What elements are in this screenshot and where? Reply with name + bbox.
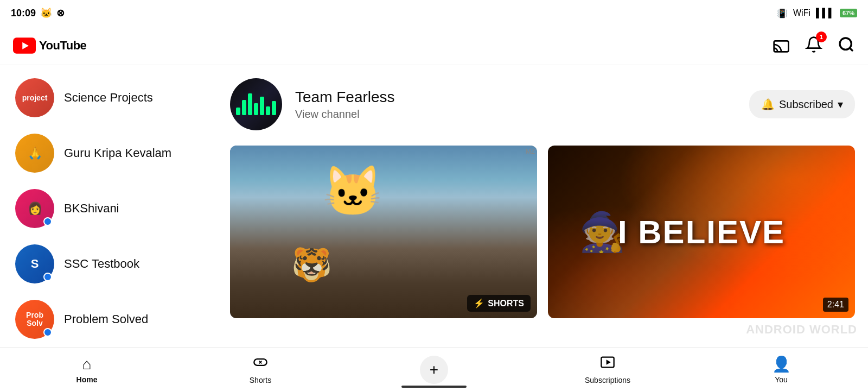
home-indicator	[401, 386, 467, 388]
sidebar-avatar-bk: 👩	[15, 189, 54, 228]
channel-text-info: Team Fearless View channel	[295, 89, 395, 121]
live-indicator-ssc	[43, 273, 52, 281]
you-icon: 👤	[772, 355, 791, 373]
video-card-short[interactable]: 🐱 🐯 MZ ⚡ SHORTS	[230, 146, 537, 318]
sidebar-avatar-ssc: S	[15, 244, 54, 283]
sidebar: project Science Projects 🙏 Guru Kripa Ke…	[0, 65, 217, 391]
channel-header: Team Fearless View channel 🔔 Subscribed …	[230, 65, 855, 141]
notification-button[interactable]: 1	[805, 36, 822, 55]
youtube-play-icon	[13, 37, 36, 54]
live-indicator-problem	[43, 328, 52, 337]
duration-badge: 2:41	[823, 298, 848, 312]
svg-marker-6	[607, 360, 611, 364]
believe-text-overlay: I BELIEVE	[618, 213, 785, 251]
cat-icon: 🐱	[40, 7, 52, 19]
header-actions: 1	[773, 36, 855, 55]
subscriptions-icon	[600, 355, 615, 374]
status-bar: 10:09 🐱 ⊗ 📳 WiFi ▌▌▌ 67%	[0, 0, 868, 26]
wifi-icon: WiFi	[793, 8, 810, 18]
threads-icon: ⊗	[56, 7, 65, 19]
youtube-wordmark: YouTube	[39, 39, 86, 53]
view-channel-link[interactable]: View channel	[295, 108, 395, 121]
live-indicator-bk	[43, 217, 52, 226]
cast-button[interactable]	[773, 36, 790, 55]
bell-icon: 🔔	[761, 98, 775, 111]
sidebar-item-ssc[interactable]: S SSC Testbook	[4, 237, 213, 291]
time-display: 10:09	[11, 8, 36, 19]
shorts-label: SHORTS	[488, 299, 524, 308]
bottom-nav: ⌂ Home Shorts + Subscriptions 👤 You	[0, 348, 868, 391]
main-layout: project Science Projects 🙏 Guru Kripa Ke…	[0, 65, 868, 391]
sidebar-label-ssc: SSC Testbook	[64, 257, 139, 271]
sidebar-item-problem-solved[interactable]: ProbSolv Problem Solved	[4, 292, 213, 346]
channel-name: Team Fearless	[295, 89, 395, 106]
sidebar-avatar-guru: 🙏	[15, 134, 54, 173]
signal-icon: ▌▌▌	[816, 8, 834, 18]
nav-home[interactable]: ⌂ Home	[0, 356, 174, 384]
home-icon: ⌂	[82, 356, 92, 373]
shorts-nav-icon	[253, 355, 268, 374]
shorts-icon: ⚡	[474, 298, 484, 308]
shorts-badge: ⚡ SHORTS	[467, 295, 531, 312]
svg-line-4	[850, 48, 853, 51]
sidebar-label-guru: Guru Kripa Kevalam	[64, 146, 171, 160]
subscribed-button[interactable]: 🔔 Subscribed ▾	[749, 90, 855, 118]
video-thumb-short: 🐱 🐯 MZ ⚡ SHORTS	[230, 146, 537, 318]
status-icons: 📳 WiFi ▌▌▌ 67%	[777, 8, 857, 18]
subscriptions-label: Subscriptions	[585, 376, 630, 384]
channel-avatar-inner	[230, 78, 282, 130]
you-label: You	[775, 375, 788, 384]
channel-info: Team Fearless View channel	[230, 78, 395, 130]
content-area: Team Fearless View channel 🔔 Subscribed …	[217, 65, 868, 391]
watermark: ANDROID WORLD	[746, 323, 857, 337]
battery-icon: 67%	[840, 9, 857, 17]
status-time: 10:09 🐱 ⊗	[11, 7, 65, 19]
sidebar-label-bk: BKShivani	[64, 201, 119, 216]
youtube-logo[interactable]: YouTube	[13, 37, 86, 54]
sidebar-avatar-problem: ProbSolv	[15, 300, 54, 339]
sidebar-item-guru-kripa[interactable]: 🙏 Guru Kripa Kevalam	[4, 126, 213, 180]
channel-eq	[236, 93, 276, 115]
nav-subscriptions[interactable]: Subscriptions	[521, 355, 694, 384]
chevron-down-icon: ▾	[838, 98, 843, 111]
nav-shorts[interactable]: Shorts	[174, 355, 347, 384]
channel-avatar[interactable]	[230, 78, 282, 130]
sidebar-avatar-science: project	[15, 78, 54, 117]
nav-you[interactable]: 👤 You	[694, 355, 868, 384]
notification-badge: 1	[816, 31, 827, 42]
nav-add[interactable]: +	[347, 356, 521, 384]
search-button[interactable]	[838, 36, 855, 55]
sidebar-label-science: Science Projects	[64, 91, 153, 105]
video-card-believe[interactable]: 🧙 I BELIEVE 2:41	[548, 146, 855, 318]
short-thumbnail: 🐱 🐯 MZ	[230, 146, 537, 318]
videos-grid: 🐱 🐯 MZ ⚡ SHORTS 🧙 I BELIEVE	[230, 146, 855, 318]
shorts-nav-label: Shorts	[250, 376, 271, 384]
add-button[interactable]: +	[420, 356, 448, 384]
believe-thumbnail: 🧙 I BELIEVE	[548, 146, 855, 318]
sidebar-item-bkshivani[interactable]: 👩 BKShivani	[4, 181, 213, 236]
sidebar-item-science-projects[interactable]: project Science Projects	[4, 71, 213, 125]
video-thumb-believe: 🧙 I BELIEVE 2:41	[548, 146, 855, 318]
vibrate-icon: 📳	[777, 8, 788, 18]
home-label: Home	[76, 375, 98, 384]
sidebar-label-problem: Problem Solved	[64, 312, 148, 326]
subscribed-label: Subscribed	[779, 98, 833, 111]
svg-point-3	[840, 38, 851, 49]
plus-icon: +	[430, 361, 438, 379]
app-header: YouTube 1	[0, 26, 868, 65]
